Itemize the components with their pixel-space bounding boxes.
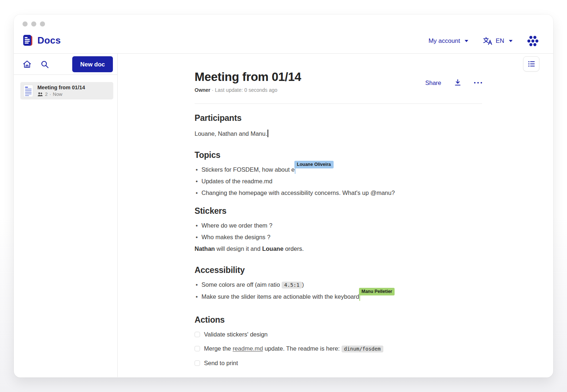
last-update-text: · Last update: 0 seconds ago: [212, 87, 277, 93]
stickers-item-text: Who makes the designs ?: [201, 234, 270, 240]
sidebar: New doc Meeting from 01/14: [14, 54, 118, 377]
chevron-down-icon: [509, 40, 513, 42]
participants-heading[interactable]: Participants: [195, 113, 482, 123]
accessibility-heading[interactable]: Accessibility: [195, 265, 482, 275]
stickers-heading[interactable]: Stickers: [195, 206, 482, 216]
app-logo[interactable]: Docs: [23, 34, 61, 46]
task-label[interactable]: Validate stickers' design: [204, 330, 268, 339]
task-checkbox[interactable]: [195, 360, 200, 366]
accessibility-list: Some colors are off (aim ratio 4.5:1) Ma…: [195, 280, 482, 301]
accessibility-item[interactable]: Some colors are off (aim ratio 4.5:1): [195, 280, 482, 290]
task-item: Send to print: [195, 358, 482, 368]
task-item: Validate stickers' design: [195, 330, 482, 339]
stickers-note-bold: Nathan: [195, 245, 215, 252]
task-text: update. The readme is here:: [263, 345, 341, 352]
doc-updated-time: Now: [53, 91, 62, 97]
stickers-list: Where do we order them ? Who makes the d…: [195, 221, 482, 242]
sidebar-toolbar: New doc: [14, 54, 117, 75]
task-text: Merge the: [204, 345, 233, 352]
document-meta: Owner · Last update: 0 seconds ago: [195, 87, 301, 93]
participants-text-content: Louane, Nathan and Manu.: [195, 130, 267, 137]
my-account-menu[interactable]: My account: [428, 37, 468, 45]
topics-item-text: Changing the homepage with accessibility…: [201, 189, 395, 196]
translate-icon: [483, 37, 492, 45]
new-doc-button[interactable]: New doc: [72, 56, 113, 72]
ellipsis-icon: [474, 82, 482, 84]
stickers-item[interactable]: Who makes the designs ?: [195, 232, 482, 242]
table-of-contents-button[interactable]: [523, 56, 539, 72]
stickers-note[interactable]: Nathan will design it and Louane orders.: [195, 244, 482, 253]
accessibility-item-text: Some colors are off (aim ratio: [201, 281, 282, 288]
app-logo-text: Docs: [37, 35, 61, 46]
share-button[interactable]: Share: [425, 79, 441, 86]
window-dot[interactable]: [31, 21, 36, 26]
document-title[interactable]: Meeting from 01/14: [195, 70, 301, 84]
topics-list: Stickers for FOSDEM, how about eLouane O…: [195, 165, 482, 197]
task-checkbox[interactable]: [195, 346, 200, 351]
stickers-item-text: Where do we order them ?: [201, 222, 272, 229]
accessibility-item-text: Make sure the slider items are actionabl…: [201, 293, 359, 300]
participants-text[interactable]: Louane, Nathan and Manu.: [195, 129, 482, 138]
task-item: Merge the readme.md update. The readme i…: [195, 344, 482, 354]
collab-label-louane: Louane Oliveira: [294, 161, 334, 168]
topics-item-text: Stickers for FOSDEM, how about e: [201, 166, 295, 173]
task-label[interactable]: Send to print: [204, 358, 238, 368]
stickers-note-text: will design it and: [215, 245, 262, 252]
topics-item-text: Updates of the readme.md: [201, 178, 272, 184]
doc-item-title: Meeting from 01/14: [37, 85, 85, 91]
document-icon: [23, 85, 33, 97]
topics-item[interactable]: Updates of the readme.md: [195, 176, 482, 186]
document-canvas[interactable]: Meeting from 01/14 Owner · Last update: …: [195, 54, 482, 377]
topics-item[interactable]: Stickers for FOSDEM, how about eLouane O…: [195, 165, 482, 174]
home-button[interactable]: [23, 60, 32, 69]
topics-item[interactable]: Changing the homepage with accessibility…: [195, 188, 482, 197]
docs-logo-icon: [23, 34, 33, 46]
collab-caret-louane: Louane Oliveira: [295, 165, 296, 174]
language-menu[interactable]: EN: [483, 37, 513, 45]
doc-item-text: Meeting from 01/14 2 · Now: [37, 85, 85, 97]
app-window: Docs My account EN: [14, 15, 553, 377]
more-options-button[interactable]: [474, 82, 482, 84]
collab-label-manu: Manu Pelletier: [359, 288, 395, 295]
header-actions: My account EN: [428, 36, 539, 46]
window-dot[interactable]: [23, 21, 28, 26]
home-icon: [23, 60, 32, 69]
apps-grid-icon: [527, 36, 539, 46]
text-caret: [268, 130, 268, 137]
app-header: Docs My account EN: [14, 15, 553, 54]
stickers-note-bold: Louane: [262, 245, 284, 252]
header-divider: [195, 103, 482, 104]
readme-link[interactable]: readme.md: [233, 345, 263, 352]
main-area: Meeting from 01/14 Owner · Last update: …: [118, 54, 553, 377]
actions-heading[interactable]: Actions: [195, 315, 482, 325]
sidebar-doc-item[interactable]: Meeting from 01/14 2 · Now: [20, 82, 113, 99]
download-button[interactable]: [454, 79, 462, 87]
members-icon: [37, 92, 43, 97]
document-actions: Share: [425, 79, 482, 87]
accessibility-item[interactable]: Make sure the slider items are actionabl…: [195, 292, 482, 301]
stickers-item[interactable]: Where do we order them ?: [195, 221, 482, 230]
stickers-note-end: orders.: [284, 245, 304, 252]
my-account-label: My account: [428, 37, 460, 45]
topics-heading[interactable]: Topics: [195, 150, 482, 160]
chevron-down-icon: [465, 40, 468, 42]
table-of-contents-icon: [527, 60, 536, 68]
apps-grid-button[interactable]: [527, 36, 539, 46]
doc-members-count: 2: [45, 91, 48, 97]
document-title-block: Meeting from 01/14 Owner · Last update: …: [195, 70, 301, 93]
download-icon: [454, 79, 462, 87]
ratio-code-chip: 4.5:1: [282, 282, 302, 289]
task-label[interactable]: Merge the readme.md update. The readme i…: [204, 344, 383, 354]
repo-code-chip: dinum/fosdem: [342, 346, 383, 352]
collab-caret-manu: Manu Pelletier: [359, 292, 360, 301]
owner-badge: Owner: [195, 87, 211, 93]
window-dot[interactable]: [40, 21, 45, 26]
task-checkbox[interactable]: [195, 332, 200, 337]
search-icon: [41, 60, 49, 69]
doc-meta-separator: ·: [49, 91, 51, 97]
accessibility-item-text: ): [302, 281, 304, 288]
doc-item-meta: 2 · Now: [37, 91, 85, 97]
search-button[interactable]: [41, 60, 49, 69]
window-controls: [23, 21, 45, 26]
language-label: EN: [495, 37, 504, 45]
